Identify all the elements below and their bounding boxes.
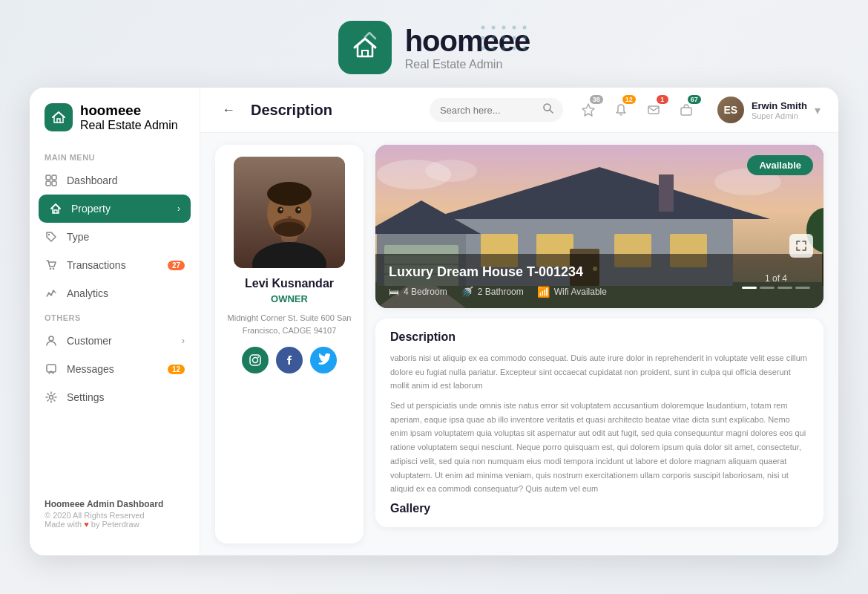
sidebar: hoomeee Real Estate Admin Main Menu Dash… bbox=[30, 88, 200, 555]
sidebar-item-label: Settings bbox=[67, 391, 105, 403]
sidebar-item-dashboard[interactable]: Dashboard bbox=[30, 166, 200, 195]
expand-button[interactable] bbox=[789, 234, 813, 258]
instagram-button[interactable] bbox=[242, 347, 269, 373]
sidebar-item-label: Type bbox=[67, 231, 89, 243]
others-menu-label: Others bbox=[30, 307, 200, 327]
app-logo-icon bbox=[338, 21, 392, 74]
topbar-star-button[interactable]: 38 bbox=[575, 97, 602, 123]
svg-rect-17 bbox=[46, 181, 50, 186]
svg-rect-18 bbox=[52, 181, 56, 186]
grid-icon bbox=[45, 174, 58, 187]
image-dots bbox=[742, 287, 810, 289]
gear-icon bbox=[45, 391, 58, 404]
page-title: Description bbox=[251, 102, 332, 119]
search-icon bbox=[542, 102, 554, 117]
svg-rect-15 bbox=[46, 175, 50, 180]
svg-point-21 bbox=[53, 268, 54, 270]
svg-rect-16 bbox=[52, 175, 56, 180]
svg-point-0 bbox=[481, 26, 484, 30]
svg-point-12 bbox=[502, 47, 505, 50]
facebook-button[interactable] bbox=[276, 347, 303, 373]
footer-made: Made with ♥ by Peterdraw bbox=[45, 520, 139, 529]
content-area: Levi Kusnandar OWNER Midnight Corner St.… bbox=[200, 133, 838, 555]
topbar-bell-button[interactable]: 12 bbox=[608, 97, 634, 123]
home-icon bbox=[49, 202, 62, 215]
available-badge: Available bbox=[747, 155, 813, 175]
svg-point-40 bbox=[298, 209, 300, 211]
bath-icon: 🚿 bbox=[461, 286, 473, 298]
dot-grid-decoration bbox=[478, 22, 530, 62]
svg-point-3 bbox=[512, 26, 516, 30]
sidebar-item-label: Dashboard bbox=[67, 174, 118, 186]
topbar-mail-button[interactable]: 1 bbox=[640, 97, 667, 123]
wifi-label: Wifi Available bbox=[554, 287, 607, 297]
svg-point-9 bbox=[522, 36, 526, 40]
main-menu-label: Main Menu bbox=[30, 147, 200, 166]
back-button[interactable]: ← bbox=[218, 99, 239, 120]
sidebar-item-customer[interactable]: Customer › bbox=[30, 327, 200, 355]
transactions-badge: 27 bbox=[168, 261, 185, 270]
messages-badge: 12 bbox=[168, 365, 185, 374]
sidebar-item-transactions[interactable]: Transactions 27 bbox=[30, 251, 200, 279]
svg-point-20 bbox=[50, 268, 51, 270]
user-role: Super Admin bbox=[752, 111, 807, 120]
footer-title: Hoomeee Admin Dashboard bbox=[45, 499, 185, 509]
svg-point-68 bbox=[425, 160, 477, 182]
sidebar-item-label: Transactions bbox=[67, 259, 126, 271]
gallery-title: Gallery bbox=[390, 502, 809, 515]
agent-role: OWNER bbox=[271, 293, 308, 304]
image-dot-2 bbox=[760, 287, 775, 289]
sidebar-item-label: Analytics bbox=[67, 287, 108, 299]
svg-point-10 bbox=[481, 47, 484, 50]
sidebar-logo: hoomeee Real Estate Admin bbox=[30, 102, 200, 147]
property-image-card: Available Luxury Dream House T-001234 bbox=[375, 145, 823, 308]
svg-point-24 bbox=[53, 290, 55, 293]
image-dot-1 bbox=[742, 287, 757, 289]
twitter-button[interactable] bbox=[310, 347, 337, 373]
bell-badge: 12 bbox=[622, 95, 636, 104]
description-section: Description vaboris nisi ut aliquip ex e… bbox=[375, 319, 823, 527]
svg-point-2 bbox=[502, 26, 505, 30]
svg-rect-29 bbox=[648, 106, 659, 114]
svg-point-7 bbox=[502, 36, 505, 40]
sidebar-item-label: Customer bbox=[67, 335, 112, 347]
agent-avatar bbox=[234, 157, 345, 268]
bathroom-label: 2 Bathroom bbox=[478, 287, 524, 297]
description-paragraph-1: vaboris nisi ut aliquip ex ea commodo co… bbox=[390, 351, 809, 393]
footer-copy: © 2020 All Rights Reserved bbox=[45, 511, 145, 520]
svg-point-8 bbox=[512, 36, 516, 40]
description-title: Description bbox=[390, 330, 809, 344]
svg-point-25 bbox=[49, 336, 53, 341]
image-dot-3 bbox=[777, 287, 792, 289]
sidebar-app-name: hoomeee bbox=[80, 102, 178, 119]
svg-point-6 bbox=[491, 36, 495, 40]
topbar-icons: 38 12 1 67 bbox=[575, 97, 700, 123]
svg-rect-42 bbox=[250, 355, 260, 365]
bathroom-feature: 🚿 2 Bathroom bbox=[461, 286, 524, 298]
customer-chevron-icon: › bbox=[182, 336, 185, 346]
bed-icon: 🛏 bbox=[389, 286, 399, 298]
svg-point-44 bbox=[257, 356, 259, 358]
main-content: ← Description 38 bbox=[200, 88, 838, 555]
bedroom-feature: 🛏 4 Bedroom bbox=[389, 286, 447, 298]
search-input[interactable] bbox=[440, 105, 536, 116]
sidebar-item-messages[interactable]: Messages 12 bbox=[30, 355, 200, 383]
bedroom-label: 4 Bedroom bbox=[404, 287, 447, 297]
sidebar-item-property[interactable]: Property › bbox=[39, 195, 191, 223]
star-badge: 38 bbox=[590, 95, 603, 104]
svg-point-27 bbox=[50, 396, 53, 399]
svg-point-13 bbox=[512, 47, 516, 50]
tag-icon bbox=[45, 230, 58, 244]
wifi-feature: 📶 Wifi Available bbox=[537, 286, 607, 298]
sidebar-item-analytics[interactable]: Analytics bbox=[30, 279, 200, 307]
chat-icon bbox=[45, 362, 58, 376]
svg-point-22 bbox=[48, 293, 50, 295]
description-paragraph-2: Sed ut perspiciatis unde omnis iste natu… bbox=[390, 399, 809, 496]
user-chevron-icon[interactable]: ▾ bbox=[815, 103, 821, 117]
wifi-icon: 📶 bbox=[537, 286, 550, 298]
sidebar-item-settings[interactable]: Settings bbox=[30, 383, 200, 411]
search-bar bbox=[430, 98, 563, 122]
sidebar-item-type[interactable]: Type bbox=[30, 223, 200, 251]
topbar-bag-button[interactable]: 67 bbox=[673, 97, 700, 123]
svg-point-14 bbox=[522, 47, 526, 50]
